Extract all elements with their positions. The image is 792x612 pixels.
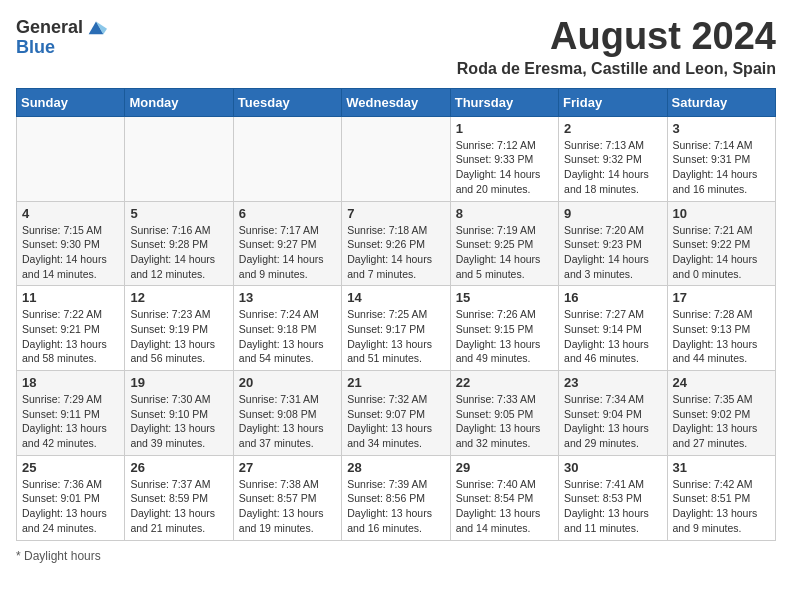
day-number: 31: [673, 460, 770, 475]
day-cell: 29Sunrise: 7:40 AM Sunset: 8:54 PM Dayli…: [450, 455, 558, 540]
logo-icon: [85, 16, 107, 38]
day-number: 17: [673, 290, 770, 305]
day-cell: 15Sunrise: 7:26 AM Sunset: 9:15 PM Dayli…: [450, 286, 558, 371]
week-row-2: 11Sunrise: 7:22 AM Sunset: 9:21 PM Dayli…: [17, 286, 776, 371]
day-cell: 24Sunrise: 7:35 AM Sunset: 9:02 PM Dayli…: [667, 371, 775, 456]
day-cell: 18Sunrise: 7:29 AM Sunset: 9:11 PM Dayli…: [17, 371, 125, 456]
day-info: Sunrise: 7:21 AM Sunset: 9:22 PM Dayligh…: [673, 223, 770, 282]
header-cell-sunday: Sunday: [17, 88, 125, 116]
day-cell: 8Sunrise: 7:19 AM Sunset: 9:25 PM Daylig…: [450, 201, 558, 286]
day-cell: [17, 116, 125, 201]
day-number: 20: [239, 375, 336, 390]
day-info: Sunrise: 7:17 AM Sunset: 9:27 PM Dayligh…: [239, 223, 336, 282]
day-info: Sunrise: 7:25 AM Sunset: 9:17 PM Dayligh…: [347, 307, 444, 366]
header-cell-saturday: Saturday: [667, 88, 775, 116]
day-info: Sunrise: 7:34 AM Sunset: 9:04 PM Dayligh…: [564, 392, 661, 451]
day-cell: 28Sunrise: 7:39 AM Sunset: 8:56 PM Dayli…: [342, 455, 450, 540]
footer-text: Daylight hours: [24, 549, 101, 563]
day-number: 8: [456, 206, 553, 221]
day-number: 14: [347, 290, 444, 305]
day-info: Sunrise: 7:22 AM Sunset: 9:21 PM Dayligh…: [22, 307, 119, 366]
day-cell: 21Sunrise: 7:32 AM Sunset: 9:07 PM Dayli…: [342, 371, 450, 456]
day-info: Sunrise: 7:33 AM Sunset: 9:05 PM Dayligh…: [456, 392, 553, 451]
day-cell: 7Sunrise: 7:18 AM Sunset: 9:26 PM Daylig…: [342, 201, 450, 286]
day-cell: 1Sunrise: 7:12 AM Sunset: 9:33 PM Daylig…: [450, 116, 558, 201]
day-cell: [233, 116, 341, 201]
day-number: 3: [673, 121, 770, 136]
day-info: Sunrise: 7:16 AM Sunset: 9:28 PM Dayligh…: [130, 223, 227, 282]
day-cell: 19Sunrise: 7:30 AM Sunset: 9:10 PM Dayli…: [125, 371, 233, 456]
day-cell: 2Sunrise: 7:13 AM Sunset: 9:32 PM Daylig…: [559, 116, 667, 201]
day-info: Sunrise: 7:23 AM Sunset: 9:19 PM Dayligh…: [130, 307, 227, 366]
day-number: 30: [564, 460, 661, 475]
header-cell-wednesday: Wednesday: [342, 88, 450, 116]
week-row-3: 18Sunrise: 7:29 AM Sunset: 9:11 PM Dayli…: [17, 371, 776, 456]
day-number: 22: [456, 375, 553, 390]
day-cell: 16Sunrise: 7:27 AM Sunset: 9:14 PM Dayli…: [559, 286, 667, 371]
day-info: Sunrise: 7:28 AM Sunset: 9:13 PM Dayligh…: [673, 307, 770, 366]
day-number: 27: [239, 460, 336, 475]
header-cell-tuesday: Tuesday: [233, 88, 341, 116]
day-number: 1: [456, 121, 553, 136]
day-info: Sunrise: 7:40 AM Sunset: 8:54 PM Dayligh…: [456, 477, 553, 536]
day-cell: 3Sunrise: 7:14 AM Sunset: 9:31 PM Daylig…: [667, 116, 775, 201]
day-number: 24: [673, 375, 770, 390]
day-info: Sunrise: 7:31 AM Sunset: 9:08 PM Dayligh…: [239, 392, 336, 451]
day-number: 6: [239, 206, 336, 221]
day-info: Sunrise: 7:24 AM Sunset: 9:18 PM Dayligh…: [239, 307, 336, 366]
header-cell-monday: Monday: [125, 88, 233, 116]
day-number: 18: [22, 375, 119, 390]
day-cell: 6Sunrise: 7:17 AM Sunset: 9:27 PM Daylig…: [233, 201, 341, 286]
day-cell: 13Sunrise: 7:24 AM Sunset: 9:18 PM Dayli…: [233, 286, 341, 371]
header-cell-thursday: Thursday: [450, 88, 558, 116]
day-number: 16: [564, 290, 661, 305]
day-cell: 31Sunrise: 7:42 AM Sunset: 8:51 PM Dayli…: [667, 455, 775, 540]
day-number: 28: [347, 460, 444, 475]
day-info: Sunrise: 7:19 AM Sunset: 9:25 PM Dayligh…: [456, 223, 553, 282]
header-cell-friday: Friday: [559, 88, 667, 116]
day-info: Sunrise: 7:41 AM Sunset: 8:53 PM Dayligh…: [564, 477, 661, 536]
day-info: Sunrise: 7:32 AM Sunset: 9:07 PM Dayligh…: [347, 392, 444, 451]
day-number: 5: [130, 206, 227, 221]
footer-note: * Daylight hours: [16, 549, 776, 563]
calendar-header: SundayMondayTuesdayWednesdayThursdayFrid…: [17, 88, 776, 116]
day-info: Sunrise: 7:13 AM Sunset: 9:32 PM Dayligh…: [564, 138, 661, 197]
day-info: Sunrise: 7:15 AM Sunset: 9:30 PM Dayligh…: [22, 223, 119, 282]
day-number: 23: [564, 375, 661, 390]
day-info: Sunrise: 7:38 AM Sunset: 8:57 PM Dayligh…: [239, 477, 336, 536]
day-number: 19: [130, 375, 227, 390]
day-number: 11: [22, 290, 119, 305]
day-number: 25: [22, 460, 119, 475]
day-info: Sunrise: 7:30 AM Sunset: 9:10 PM Dayligh…: [130, 392, 227, 451]
day-cell: [342, 116, 450, 201]
calendar-body: 1Sunrise: 7:12 AM Sunset: 9:33 PM Daylig…: [17, 116, 776, 540]
day-number: 9: [564, 206, 661, 221]
location-title: Roda de Eresma, Castille and Leon, Spain: [457, 60, 776, 78]
week-row-4: 25Sunrise: 7:36 AM Sunset: 9:01 PM Dayli…: [17, 455, 776, 540]
day-cell: [125, 116, 233, 201]
day-number: 21: [347, 375, 444, 390]
day-cell: 10Sunrise: 7:21 AM Sunset: 9:22 PM Dayli…: [667, 201, 775, 286]
day-info: Sunrise: 7:37 AM Sunset: 8:59 PM Dayligh…: [130, 477, 227, 536]
day-number: 10: [673, 206, 770, 221]
logo-blue: Blue: [16, 37, 55, 57]
day-info: Sunrise: 7:35 AM Sunset: 9:02 PM Dayligh…: [673, 392, 770, 451]
logo: General Blue: [16, 16, 107, 57]
day-info: Sunrise: 7:29 AM Sunset: 9:11 PM Dayligh…: [22, 392, 119, 451]
day-number: 4: [22, 206, 119, 221]
day-info: Sunrise: 7:27 AM Sunset: 9:14 PM Dayligh…: [564, 307, 661, 366]
day-info: Sunrise: 7:12 AM Sunset: 9:33 PM Dayligh…: [456, 138, 553, 197]
week-row-0: 1Sunrise: 7:12 AM Sunset: 9:33 PM Daylig…: [17, 116, 776, 201]
day-number: 13: [239, 290, 336, 305]
month-title: August 2024: [457, 16, 776, 58]
day-cell: 20Sunrise: 7:31 AM Sunset: 9:08 PM Dayli…: [233, 371, 341, 456]
day-number: 29: [456, 460, 553, 475]
day-cell: 14Sunrise: 7:25 AM Sunset: 9:17 PM Dayli…: [342, 286, 450, 371]
day-number: 26: [130, 460, 227, 475]
day-cell: 17Sunrise: 7:28 AM Sunset: 9:13 PM Dayli…: [667, 286, 775, 371]
day-cell: 25Sunrise: 7:36 AM Sunset: 9:01 PM Dayli…: [17, 455, 125, 540]
day-cell: 30Sunrise: 7:41 AM Sunset: 8:53 PM Dayli…: [559, 455, 667, 540]
week-row-1: 4Sunrise: 7:15 AM Sunset: 9:30 PM Daylig…: [17, 201, 776, 286]
day-cell: 4Sunrise: 7:15 AM Sunset: 9:30 PM Daylig…: [17, 201, 125, 286]
calendar-table: SundayMondayTuesdayWednesdayThursdayFrid…: [16, 88, 776, 541]
